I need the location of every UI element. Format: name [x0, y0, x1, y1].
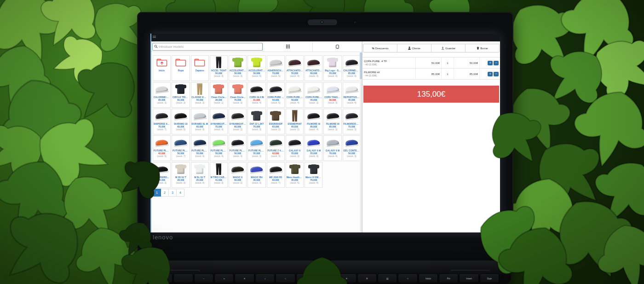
- page-button[interactable]: 2: [161, 189, 169, 197]
- keyboard-key[interactable]: [173, 273, 193, 283]
- keyboard-key[interactable]: Supr: [480, 273, 499, 283]
- product-tile[interactable]: DYNAMIGHT 2...60,00€(stock: 2): [229, 109, 247, 134]
- increase-qty-button[interactable]: +: [488, 61, 493, 65]
- client-button[interactable]: Cliente: [397, 44, 431, 52]
- page-button[interactable]: 1: [153, 189, 161, 197]
- product-tile[interactable]: CIRCLE TRIM HOO60,00€(stock: 3): [172, 82, 190, 108]
- keyboard-key[interactable]: ▤: [378, 273, 397, 283]
- page-button[interactable]: 4: [176, 189, 184, 197]
- product-tile[interactable]: COPA PURE.4 FG50,00€(stock: 4): [286, 82, 304, 108]
- product-tile[interactable]: ENT 22 LJKT70,00€(stock: 3): [247, 109, 265, 134]
- product-tile[interactable]: CLASSIC EM B...44,00€(stock: 3): [191, 82, 209, 108]
- product-tile[interactable]: Mens UI EMEA...70,00€(stock: 4): [305, 162, 322, 188]
- product-tile[interactable]: ESSBISHOP65,00€(stock: 2): [267, 109, 285, 134]
- cart-item-price: 50,00€: [415, 58, 441, 68]
- product-tile[interactable]: FILMORE/DOGE...70,00€(stock: 3): [343, 109, 361, 134]
- product-tile[interactable]: FUTURE Z 4.4 MG42,00€(stock: 3): [267, 135, 285, 161]
- product-tile[interactable]: GEL CONTEND 850,00€(stock: 3): [343, 135, 361, 161]
- product-tile[interactable]: GMS/SERO...85,00€(stock: 3): [153, 162, 171, 188]
- save-button[interactable]: Guardar: [431, 44, 466, 52]
- product-tile[interactable]: Clean Circle...70,00€(stock: 3): [229, 82, 247, 108]
- decrease-qty-button[interactable]: −: [494, 61, 499, 65]
- product-tile[interactable]: CALORINE/SUB...85,00€(stock: 4): [343, 55, 361, 81]
- delete-button[interactable]: Borrar: [466, 44, 499, 52]
- product-tile[interactable]: FUTURE PLAY IT50,00€(stock: 7): [172, 135, 190, 161]
- keyboard-key[interactable]: Insert: [459, 273, 478, 283]
- product-tile[interactable]: ACCEL TIGHT50,00€(stock: 3): [210, 55, 228, 81]
- product-image: [248, 136, 265, 149]
- folder-tile[interactable]: Zapatos: [191, 55, 209, 81]
- product-tile[interactable]: Big Logo - S...55,00€(stock: 4): [323, 55, 341, 81]
- product-tile[interactable]: GALAXY 6 M70,00€(stock: 4): [323, 135, 341, 161]
- keyboard-key[interactable]: ✕: [235, 273, 254, 283]
- discount-button[interactable]: % Descuento: [363, 44, 397, 52]
- keyboard-key[interactable]: +: [214, 273, 234, 283]
- keyboard-key[interactable]: Fin: [439, 273, 458, 283]
- product-tile[interactable]: ACCELERATE HZ50,00€(stock: 3): [229, 55, 247, 81]
- product-thumb: [272, 111, 279, 121]
- product-tile[interactable]: COPA PURE.4 TF55,00€(stock: 3): [305, 82, 322, 108]
- product-tile[interactable]: FUTURE PLAY MG50,00€(stock: 4): [210, 135, 228, 161]
- increase-qty-button[interactable]: +: [488, 72, 493, 76]
- menu-icon[interactable]: [153, 36, 156, 39]
- product-tile[interactable]: FUTURE PLAY TT50,00€(stock: 4): [229, 135, 247, 161]
- product-thumb: [216, 163, 221, 175]
- product-tile[interactable]: COPA TANGO 18.430,00€(stock: 3): [323, 82, 341, 108]
- product-tile[interactable]: FUTURE PLAY TT55,00€(stock: 3): [247, 135, 265, 161]
- product-tile[interactable]: ATTACANTO TT60,00€(stock: 3): [305, 55, 322, 81]
- product-tile[interactable]: ESSBEPANT65,00€(stock: 2): [286, 109, 304, 134]
- search-input[interactable]: [159, 44, 262, 49]
- product-tile[interactable]: M TIRO CARGO P41,00€(stock: 3): [210, 162, 228, 188]
- keyboard-key[interactable]: Esc: [153, 273, 172, 283]
- product-tile[interactable]: MAGIC RH36,00€(stock: 3): [247, 162, 265, 188]
- product-tile[interactable]: FUTURE PLAY MG50,00€(stock: 4): [191, 135, 209, 161]
- product-tile[interactable]: ATTACANTO FG/A55,00€(stock: 4): [286, 55, 304, 81]
- product-tile[interactable]: FILMORE HI85,00€(stock: 3): [323, 109, 341, 134]
- product-stock: (stock: 7): [271, 181, 281, 184]
- keyboard-key[interactable]: ❊: [357, 273, 377, 283]
- product-tile[interactable]: GALAXY 655,00€(stock: 3): [286, 135, 304, 161]
- product-tile[interactable]: M 3S SJ T28,00€(stock: 3): [172, 162, 190, 188]
- folder-tile[interactable]: Inicio: [153, 55, 171, 81]
- product-tile[interactable]: DISPERSE XT 370,00€(stock: 7): [153, 109, 171, 134]
- product-tile[interactable]: Clean Circle...28,00€(stock: 1): [210, 82, 228, 108]
- product-tile[interactable]: CALORINE/SUB...85,00€(stock: 3): [153, 82, 171, 108]
- product-tile[interactable]: DEPORTIVO 4 FAC45,00€(stock: 4): [343, 82, 361, 108]
- keyboard-deck: Esc−+✕☼☼▢ψ✳❊▤☆InicioFinInsertSupr: [139, 261, 511, 284]
- product-stock: (stock: 3): [157, 101, 167, 104]
- keyboard-key[interactable]: ☼: [276, 273, 295, 283]
- product-thumb: [269, 166, 282, 173]
- keyboard-key[interactable]: ☼: [255, 273, 275, 283]
- cart-total-banner[interactable]: 135,00€: [363, 86, 499, 103]
- device-button[interactable]: [312, 42, 362, 52]
- keyboard-key[interactable]: ψ: [316, 273, 336, 283]
- product-tile[interactable]: GALAXY 6 M55,00€(stock: 4): [305, 135, 322, 161]
- product-tile[interactable]: MAGIC 660,00€(stock: 2): [229, 162, 247, 188]
- product-stock: (stock: 4): [195, 155, 205, 157]
- keyboard-key[interactable]: ✳: [337, 273, 356, 283]
- product-tile[interactable]: FUTURE PLAY FG42,00€(stock: 6): [153, 135, 171, 161]
- product-stock: (stock: 3): [328, 101, 338, 104]
- keyboard-key[interactable]: Inicio: [419, 273, 438, 283]
- product-tile[interactable]: FILMORE HI85,00€(stock: 4): [305, 109, 322, 134]
- product-tile[interactable]: Mens Heathers...35,00€(stock: 5): [286, 162, 304, 188]
- keyboard-key[interactable]: ▢: [296, 273, 316, 283]
- product-stock: (stock: 3): [252, 155, 262, 157]
- product-tile[interactable]: M SL SJ T25,00€(stock: 4): [191, 162, 209, 188]
- keyboard-key[interactable]: −: [194, 273, 213, 283]
- grid-view-button[interactable]: [263, 42, 312, 52]
- product-tile[interactable]: DYNAMIGHT 2...70,00€(stock: 4): [210, 109, 228, 134]
- decrease-qty-button[interactable]: −: [494, 72, 499, 76]
- product-tile[interactable]: ME 2000 R360,00€(stock: 7): [267, 162, 285, 188]
- search-box[interactable]: [152, 43, 263, 51]
- product-tile[interactable]: ACCELERATE SS50,00€(stock: 5): [247, 55, 265, 81]
- page-button[interactable]: 3: [168, 189, 177, 197]
- product-tile[interactable]: ASHER/SCHOONER70,00€(stock: 5): [267, 55, 285, 81]
- product-tile[interactable]: COPA 19.4 IN31,00€(stock: 4): [247, 82, 265, 108]
- keyboard-key[interactable]: ☆: [398, 273, 417, 283]
- product-tile[interactable]: DURAMO 1060,00€(stock: 5): [172, 109, 190, 134]
- product-image: [153, 136, 170, 149]
- product-tile[interactable]: COPA PURE .4 TF50,00€(stock: 5): [267, 82, 285, 108]
- product-tile[interactable]: DURAMO SL M60,00€(stock: 3): [191, 109, 209, 134]
- folder-tile[interactable]: Ropa: [172, 55, 190, 81]
